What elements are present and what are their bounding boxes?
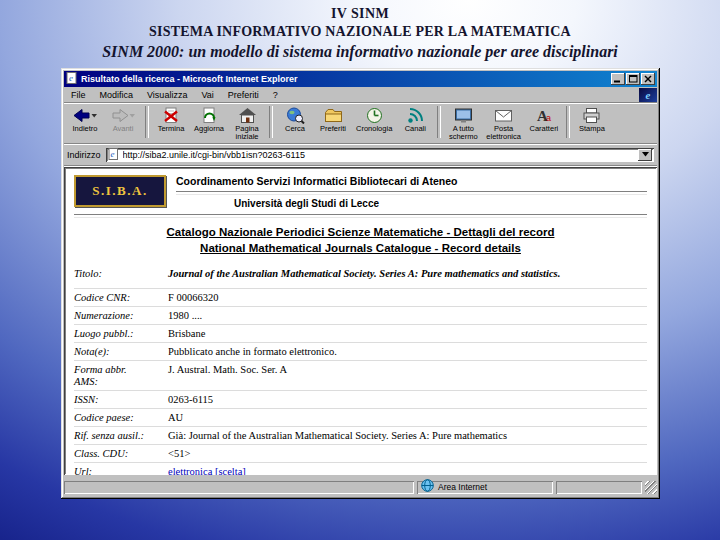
channels-button[interactable]: Canali	[396, 105, 434, 134]
address-input[interactable]: e http://siba2.unile.it/cgi-bin/vbb1isn?…	[106, 148, 654, 162]
record-value: Brisbane	[166, 328, 647, 340]
ie-document-icon[interactable]: e	[66, 70, 78, 88]
mail-icon	[494, 106, 513, 124]
search-button[interactable]: Cerca	[276, 105, 314, 134]
record-label: Codice paese:	[74, 412, 166, 424]
maximize-button[interactable]	[626, 73, 640, 85]
record-row: Class. CDU: <51>	[74, 445, 647, 463]
record-value: <51>	[166, 448, 647, 460]
record-label: Forma abbr. AMS:	[74, 364, 166, 388]
record-label: ISSN:	[74, 394, 166, 406]
horizontal-rule	[74, 214, 647, 218]
record-label: Url:	[74, 466, 166, 475]
address-url: http://siba2.unile.it/cgi-bin/vbb1isn?02…	[123, 150, 634, 160]
forward-button[interactable]: Avanti	[104, 105, 142, 134]
status-zone-panel: Area Internet	[417, 481, 553, 494]
toolbar: Indietro Avanti Termina Aggiorna Pagina	[64, 103, 657, 144]
home-icon	[238, 106, 257, 124]
menu-modifica[interactable]: Modifica	[93, 90, 141, 100]
fonts-button[interactable]: Aa Caratteri	[525, 105, 563, 134]
fullscreen-button[interactable]: A tutto schermo	[444, 105, 482, 142]
search-icon	[286, 106, 305, 124]
record-label: Luogo pubbl.:	[74, 328, 166, 340]
home-button[interactable]: Pagina iniziale	[228, 105, 266, 142]
print-icon	[582, 106, 601, 124]
page-content: S.I.B.A. Coordinamento Servizi Informati…	[64, 167, 657, 475]
stop-icon	[162, 106, 180, 124]
fullscreen-icon	[454, 106, 473, 124]
record-label: Titolo:	[74, 268, 166, 280]
history-button[interactable]: Cronologia	[352, 105, 396, 134]
stop-button[interactable]: Termina	[152, 105, 190, 134]
toolbar-separator	[437, 106, 441, 138]
record-label: Rif. senza ausil.:	[74, 430, 166, 442]
status-bar: Area Internet	[64, 475, 657, 496]
slide-title-line3: SINM 2000: un modello di sistema informa…	[0, 41, 720, 62]
record-label: Class. CDU:	[74, 448, 166, 460]
history-icon	[365, 106, 384, 124]
horizontal-rule	[176, 191, 647, 195]
header-line1: Coordinamento Servizi Informatici Biblio…	[176, 175, 647, 188]
window-controls	[611, 73, 655, 85]
minimize-button[interactable]	[611, 73, 625, 85]
slide-title-line1: IV SINM	[0, 5, 720, 23]
channels-icon	[406, 106, 425, 124]
status-panel	[556, 481, 642, 494]
record-value: Pubblicato anche in formato elettronico.	[166, 346, 647, 358]
favorites-icon	[324, 106, 343, 124]
document-icon: e	[108, 146, 119, 164]
browser-window: e Risultato della ricerca - Microsoft In…	[61, 68, 660, 499]
address-dropdown-button[interactable]	[638, 149, 652, 161]
record-value: J. Austral. Math. Soc. Ser. A	[166, 364, 647, 376]
menu-vai[interactable]: Vai	[194, 90, 220, 100]
record-value: 1980 ....	[166, 310, 647, 322]
catalog-title-en: National Mathematical Journals Catalogue…	[74, 240, 647, 256]
record-label: Codice CNR:	[74, 292, 166, 304]
toolbar-separator	[566, 106, 570, 138]
print-button[interactable]: Stampa	[573, 105, 611, 134]
window-title: Risultato della ricerca - Microsoft Inte…	[81, 74, 608, 84]
menu-file[interactable]: File	[64, 90, 93, 100]
slide-title-block: IV SINM SISTEMA INFORMATIVO NAZIONALE PE…	[0, 0, 720, 62]
header-text: Coordinamento Servizi Informatici Biblio…	[176, 175, 647, 210]
menu-bar: File Modifica Visualizza Vai Preferiti ?…	[64, 87, 657, 103]
menu-preferiti[interactable]: Preferiti	[221, 90, 266, 100]
record-value: AU	[166, 412, 647, 424]
record-label: Numerazione:	[74, 310, 166, 322]
menu-help[interactable]: ?	[266, 90, 285, 100]
close-button[interactable]	[641, 73, 655, 85]
refresh-icon	[200, 106, 218, 124]
window-titlebar[interactable]: e Risultato della ricerca - Microsoft In…	[64, 71, 657, 87]
toolbar-separator	[145, 106, 149, 138]
forward-icon	[110, 106, 136, 124]
toolbar-separator	[269, 106, 273, 138]
refresh-button[interactable]: Aggiorna	[190, 105, 228, 134]
resize-grip[interactable]	[645, 481, 657, 494]
address-label: Indirizzo	[67, 150, 101, 160]
globe-icon	[421, 478, 434, 496]
svg-text:a: a	[546, 113, 551, 123]
back-button[interactable]: Indietro	[66, 105, 104, 134]
status-zone-text: Area Internet	[438, 482, 487, 492]
record-row: Luogo pubbl.: Brisbane	[74, 325, 647, 343]
mail-button[interactable]: Posta elettronica	[482, 105, 525, 142]
siba-logo: S.I.B.A.	[74, 175, 166, 207]
record-value: Journal of the Australian Mathematical S…	[166, 268, 647, 280]
address-bar: Indirizzo e http://siba2.unile.it/cgi-bi…	[64, 144, 657, 166]
record-row: Url: elettronica [scelta]	[74, 463, 647, 475]
record-row: ISSN: 0263-6115	[74, 391, 647, 409]
svg-text:e: e	[69, 73, 73, 83]
record-value: 0263-6115	[166, 394, 647, 406]
record-table: Titolo: Journal of the Australian Mathem…	[74, 265, 647, 475]
record-row: Nota(e): Pubblicato anche in formato ele…	[74, 343, 647, 361]
back-icon	[72, 106, 98, 124]
record-row: Rif. senza ausil.: Già: Journal of the A…	[74, 427, 647, 445]
record-link[interactable]: elettronica [scelta]	[166, 466, 647, 475]
favorites-button[interactable]: Preferiti	[314, 105, 352, 134]
menu-visualizza[interactable]: Visualizza	[140, 90, 194, 100]
record-row: Forma abbr. AMS: J. Austral. Math. Soc. …	[74, 361, 647, 391]
record-value: Già: Journal of the Australian Mathemati…	[166, 430, 647, 442]
header-line2: Università degli Studi di Lecce	[176, 198, 647, 210]
record-value: F 00066320	[166, 292, 647, 304]
page-header: S.I.B.A. Coordinamento Servizi Informati…	[74, 175, 647, 210]
